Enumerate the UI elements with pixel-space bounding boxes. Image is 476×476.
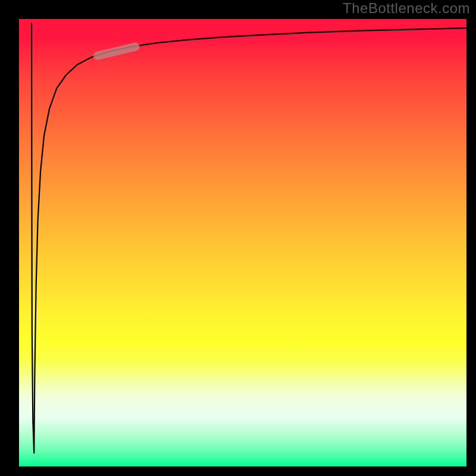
- chart-svg: [19, 19, 466, 466]
- performance-curve: [32, 24, 466, 453]
- chart-plot-area: [19, 19, 466, 466]
- watermark-text: TheBottleneck.com: [343, 0, 470, 17]
- highlight-marker: [98, 47, 136, 56]
